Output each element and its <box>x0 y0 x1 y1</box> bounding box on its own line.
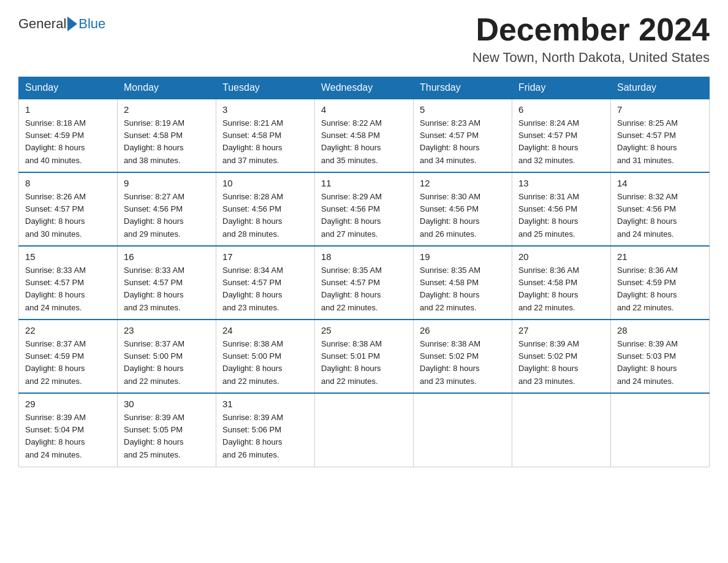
day-number: 25 <box>321 325 407 335</box>
day-number: 24 <box>222 325 308 335</box>
day-number: 5 <box>420 104 506 115</box>
day-info: Sunrise: 8:38 AM Sunset: 5:00 PM Dayligh… <box>222 338 308 388</box>
day-info: Sunrise: 8:37 AM Sunset: 4:59 PM Dayligh… <box>25 338 111 388</box>
calendar-week-row: 15 Sunrise: 8:33 AM Sunset: 4:57 PM Dayl… <box>19 246 710 320</box>
table-row: 26 Sunrise: 8:38 AM Sunset: 5:02 PM Dayl… <box>414 320 512 393</box>
calendar-week-row: 29 Sunrise: 8:39 AM Sunset: 5:04 PM Dayl… <box>19 393 710 467</box>
day-info: Sunrise: 8:32 AM Sunset: 4:56 PM Dayligh… <box>617 191 703 240</box>
day-info: Sunrise: 8:27 AM Sunset: 4:56 PM Dayligh… <box>124 191 210 240</box>
table-row: 24 Sunrise: 8:38 AM Sunset: 5:00 PM Dayl… <box>216 320 315 393</box>
day-info: Sunrise: 8:28 AM Sunset: 4:56 PM Dayligh… <box>222 191 308 240</box>
day-number: 30 <box>124 399 210 409</box>
calendar-week-row: 8 Sunrise: 8:26 AM Sunset: 4:57 PM Dayli… <box>19 172 710 246</box>
table-row: 21 Sunrise: 8:36 AM Sunset: 4:59 PM Dayl… <box>611 246 710 320</box>
table-row: 27 Sunrise: 8:39 AM Sunset: 5:02 PM Dayl… <box>512 320 611 393</box>
table-row: 8 Sunrise: 8:26 AM Sunset: 4:57 PM Dayli… <box>19 172 118 246</box>
day-info: Sunrise: 8:33 AM Sunset: 4:57 PM Dayligh… <box>124 264 210 314</box>
table-row <box>315 393 414 467</box>
calendar-table: Sunday Monday Tuesday Wednesday Thursday… <box>18 77 710 467</box>
table-row: 3 Sunrise: 8:21 AM Sunset: 4:58 PM Dayli… <box>216 99 315 172</box>
day-number: 23 <box>124 325 210 335</box>
day-info: Sunrise: 8:23 AM Sunset: 4:57 PM Dayligh… <box>420 117 506 167</box>
day-info: Sunrise: 8:34 AM Sunset: 4:57 PM Dayligh… <box>222 264 308 314</box>
day-info: Sunrise: 8:22 AM Sunset: 4:58 PM Dayligh… <box>321 117 407 167</box>
table-row: 4 Sunrise: 8:22 AM Sunset: 4:58 PM Dayli… <box>315 99 414 172</box>
day-info: Sunrise: 8:39 AM Sunset: 5:03 PM Dayligh… <box>617 338 703 388</box>
day-info: Sunrise: 8:29 AM Sunset: 4:56 PM Dayligh… <box>321 191 407 240</box>
col-tuesday: Tuesday <box>216 77 315 99</box>
day-info: Sunrise: 8:21 AM Sunset: 4:58 PM Dayligh… <box>222 117 308 167</box>
calendar-week-row: 22 Sunrise: 8:37 AM Sunset: 4:59 PM Dayl… <box>19 320 710 393</box>
table-row: 19 Sunrise: 8:35 AM Sunset: 4:58 PM Dayl… <box>414 246 512 320</box>
logo-blue-text: Blue <box>78 16 105 32</box>
table-row: 2 Sunrise: 8:19 AM Sunset: 4:58 PM Dayli… <box>118 99 216 172</box>
day-number: 6 <box>518 104 604 115</box>
day-number: 12 <box>420 178 506 188</box>
location-title: New Town, North Dakota, United States <box>472 50 710 66</box>
col-thursday: Thursday <box>414 77 512 99</box>
day-number: 3 <box>222 104 308 115</box>
day-number: 17 <box>222 251 308 262</box>
day-number: 27 <box>518 325 604 335</box>
day-number: 13 <box>518 178 604 188</box>
day-number: 11 <box>321 178 407 188</box>
calendar-week-row: 1 Sunrise: 8:18 AM Sunset: 4:59 PM Dayli… <box>19 99 710 172</box>
day-number: 20 <box>518 251 604 262</box>
col-wednesday: Wednesday <box>315 77 414 99</box>
day-info: Sunrise: 8:36 AM Sunset: 4:59 PM Dayligh… <box>617 264 703 314</box>
table-row: 15 Sunrise: 8:33 AM Sunset: 4:57 PM Dayl… <box>19 246 118 320</box>
table-row <box>611 393 710 467</box>
day-number: 19 <box>420 251 506 262</box>
page-header: General Blue December 2024 New Town, Nor… <box>18 12 710 66</box>
day-number: 21 <box>617 251 703 262</box>
day-info: Sunrise: 8:39 AM Sunset: 5:05 PM Dayligh… <box>124 412 210 461</box>
logo: General Blue <box>18 12 105 32</box>
table-row: 31 Sunrise: 8:39 AM Sunset: 5:06 PM Dayl… <box>216 393 315 467</box>
day-info: Sunrise: 8:35 AM Sunset: 4:58 PM Dayligh… <box>420 264 506 314</box>
title-block: December 2024 New Town, North Dakota, Un… <box>472 12 710 66</box>
day-number: 2 <box>124 104 210 115</box>
table-row: 9 Sunrise: 8:27 AM Sunset: 4:56 PM Dayli… <box>118 172 216 246</box>
col-saturday: Saturday <box>611 77 710 99</box>
day-number: 28 <box>617 325 703 335</box>
day-number: 10 <box>222 178 308 188</box>
table-row: 23 Sunrise: 8:37 AM Sunset: 5:00 PM Dayl… <box>118 320 216 393</box>
logo-general-text: General <box>18 16 66 32</box>
day-number: 8 <box>25 178 111 188</box>
month-title: December 2024 <box>472 12 710 47</box>
day-info: Sunrise: 8:31 AM Sunset: 4:56 PM Dayligh… <box>518 191 604 240</box>
table-row: 14 Sunrise: 8:32 AM Sunset: 4:56 PM Dayl… <box>611 172 710 246</box>
day-number: 7 <box>617 104 703 115</box>
day-number: 31 <box>222 399 308 409</box>
day-info: Sunrise: 8:19 AM Sunset: 4:58 PM Dayligh… <box>124 117 210 167</box>
day-info: Sunrise: 8:36 AM Sunset: 4:58 PM Dayligh… <box>518 264 604 314</box>
table-row: 25 Sunrise: 8:38 AM Sunset: 5:01 PM Dayl… <box>315 320 414 393</box>
day-info: Sunrise: 8:18 AM Sunset: 4:59 PM Dayligh… <box>25 117 111 167</box>
calendar-header-row: Sunday Monday Tuesday Wednesday Thursday… <box>19 77 710 99</box>
day-info: Sunrise: 8:38 AM Sunset: 5:02 PM Dayligh… <box>420 338 506 388</box>
day-number: 1 <box>25 104 111 115</box>
table-row: 18 Sunrise: 8:35 AM Sunset: 4:57 PM Dayl… <box>315 246 414 320</box>
day-info: Sunrise: 8:33 AM Sunset: 4:57 PM Dayligh… <box>25 264 111 314</box>
day-info: Sunrise: 8:39 AM Sunset: 5:04 PM Dayligh… <box>25 412 111 461</box>
table-row: 10 Sunrise: 8:28 AM Sunset: 4:56 PM Dayl… <box>216 172 315 246</box>
table-row: 30 Sunrise: 8:39 AM Sunset: 5:05 PM Dayl… <box>118 393 216 467</box>
day-number: 18 <box>321 251 407 262</box>
table-row: 6 Sunrise: 8:24 AM Sunset: 4:57 PM Dayli… <box>512 99 611 172</box>
table-row: 13 Sunrise: 8:31 AM Sunset: 4:56 PM Dayl… <box>512 172 611 246</box>
col-monday: Monday <box>118 77 216 99</box>
day-info: Sunrise: 8:25 AM Sunset: 4:57 PM Dayligh… <box>617 117 703 167</box>
day-number: 22 <box>25 325 111 335</box>
col-friday: Friday <box>512 77 611 99</box>
table-row: 5 Sunrise: 8:23 AM Sunset: 4:57 PM Dayli… <box>414 99 512 172</box>
table-row: 20 Sunrise: 8:36 AM Sunset: 4:58 PM Dayl… <box>512 246 611 320</box>
day-info: Sunrise: 8:26 AM Sunset: 4:57 PM Dayligh… <box>25 191 111 240</box>
table-row: 7 Sunrise: 8:25 AM Sunset: 4:57 PM Dayli… <box>611 99 710 172</box>
day-number: 9 <box>124 178 210 188</box>
day-info: Sunrise: 8:24 AM Sunset: 4:57 PM Dayligh… <box>518 117 604 167</box>
table-row <box>512 393 611 467</box>
col-sunday: Sunday <box>19 77 118 99</box>
day-number: 15 <box>25 251 111 262</box>
table-row: 16 Sunrise: 8:33 AM Sunset: 4:57 PM Dayl… <box>118 246 216 320</box>
table-row: 12 Sunrise: 8:30 AM Sunset: 4:56 PM Dayl… <box>414 172 512 246</box>
